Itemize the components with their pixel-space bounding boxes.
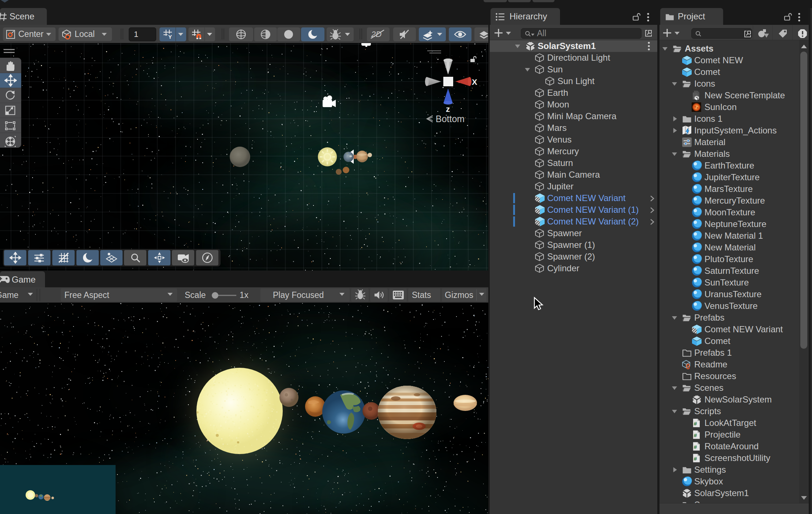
svg-text:#: #: [694, 432, 697, 438]
svg-text:#: #: [694, 444, 697, 450]
svg-text:Y: Y: [168, 34, 172, 39]
svg-text:#: #: [694, 420, 697, 427]
svg-text:z: z: [446, 105, 450, 114]
svg-text:#: #: [694, 456, 697, 462]
svg-text:X: X: [472, 78, 477, 87]
